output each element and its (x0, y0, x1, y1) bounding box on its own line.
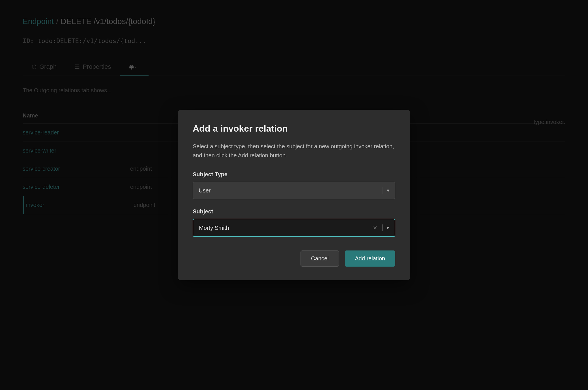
input-divider (382, 224, 383, 231)
subject-type-select-wrapper: User ▾ (193, 182, 395, 199)
chevron-down-icon: ▾ (387, 225, 389, 231)
chevron-down-icon: ▾ (387, 187, 389, 194)
subject-type-select[interactable]: User ▾ (193, 182, 395, 199)
subject-input-wrapper: Morty Smith ✕ ▾ (193, 219, 395, 237)
subject-value: Morty Smith (199, 225, 373, 231)
modal-description: Select a subject type, then select the s… (193, 142, 395, 160)
modal-actions: Cancel Add relation (193, 250, 395, 267)
subject-type-value: User (199, 187, 211, 194)
select-divider (383, 187, 383, 194)
modal-overlay: Add a invoker relation Select a subject … (0, 0, 588, 390)
subject-type-label: Subject Type (193, 171, 395, 178)
clear-icon[interactable]: ✕ (373, 225, 377, 231)
subject-input[interactable]: Morty Smith ✕ ▾ (193, 219, 395, 237)
add-relation-button[interactable]: Add relation (345, 250, 395, 267)
modal-title: Add a invoker relation (193, 123, 395, 134)
modal-dialog: Add a invoker relation Select a subject … (178, 110, 410, 280)
subject-label: Subject (193, 208, 395, 215)
cancel-button[interactable]: Cancel (301, 250, 339, 267)
